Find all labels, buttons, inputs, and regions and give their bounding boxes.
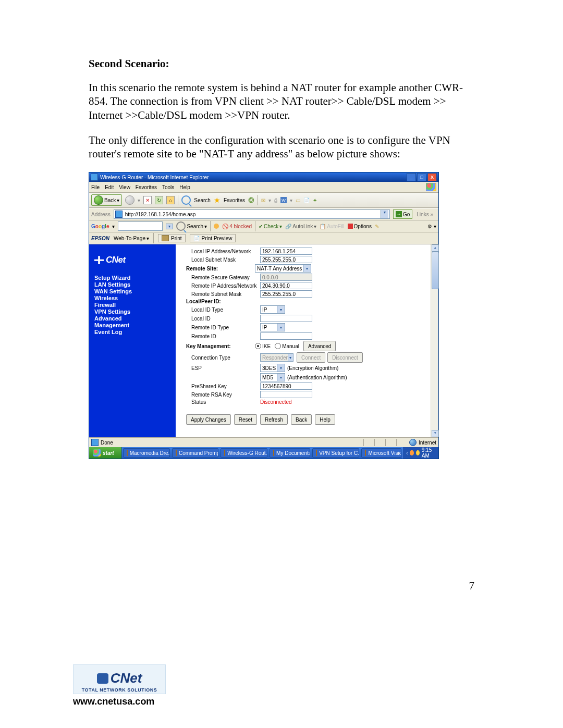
search-button[interactable]: Search [194, 198, 211, 203]
scroll-down-button[interactable]: ▾ [432, 430, 439, 437]
chevron-down-icon[interactable]: ▾ [112, 224, 115, 229]
menu-favorites[interactable]: Favorites [136, 184, 157, 190]
system-tray[interactable]: ‹ 9:15 AM [402, 447, 438, 459]
apply-changes-button[interactable]: Apply Changes [186, 414, 231, 425]
menu-edit[interactable]: Edit [105, 184, 114, 190]
taskbar-item[interactable]: VPN Setup for C... [312, 448, 359, 458]
favorites-button[interactable]: Favorites [224, 198, 245, 203]
taskbar-item[interactable]: Wireless-G Rout... [221, 448, 267, 458]
sidebar-advanced[interactable]: Advanced [94, 315, 170, 322]
refresh-button[interactable]: Refresh [260, 414, 288, 425]
google-search-dropdown[interactable]: ▾ [166, 224, 173, 229]
research-icon[interactable]: 📄 [303, 198, 310, 203]
scroll-up-button[interactable]: ▴ [432, 244, 439, 252]
clock[interactable]: 9:15 AM [422, 447, 435, 459]
autolink-button[interactable]: 🔗 AutoLink ▾ [285, 224, 316, 229]
manual-radio[interactable]: Manual [275, 343, 299, 349]
remote-site-select[interactable]: NAT-T Any Address▾ [255, 264, 311, 273]
chevron-down-icon: ▾ [303, 265, 311, 272]
sidebar-wan-settings[interactable]: WAN Settings [94, 288, 170, 294]
advanced-button[interactable]: Advanced [303, 341, 336, 351]
tray-icon[interactable] [410, 450, 413, 455]
history-icon[interactable]: ❂ [248, 196, 254, 204]
start-button[interactable]: start [89, 447, 122, 459]
print-preview-button[interactable]: 📄Print Preview [190, 234, 236, 242]
screenshot-container: Wireless-G Router - Microsoft Internet E… [89, 172, 439, 459]
links-label[interactable]: Links » [415, 212, 436, 217]
remote-ip-field[interactable] [260, 282, 312, 289]
footer-tagline: TOTAL NETWORK SOLUTIONS [78, 687, 161, 693]
toolbar-settings-icon[interactable]: ⚙ ▾ [427, 224, 436, 229]
rsa-field[interactable] [260, 391, 312, 398]
google-logo[interactable]: Google [91, 224, 109, 229]
mail-icon[interactable]: ✉ [261, 198, 265, 203]
spellcheck-button[interactable]: ✔ Check ▾ [259, 224, 282, 229]
sidebar-setup-wizard[interactable]: Setup Wizard [94, 275, 170, 281]
google-search-button[interactable]: Search ▾ [176, 221, 207, 231]
maximize-button[interactable]: □ [417, 173, 426, 181]
remote-mask-field[interactable] [260, 290, 312, 298]
address-field[interactable] [124, 211, 379, 218]
chevron-down-icon[interactable]: ▾ [268, 198, 271, 203]
close-button[interactable]: X [427, 173, 437, 181]
local-ip-field[interactable] [260, 248, 312, 255]
reset-button[interactable]: Reset [234, 414, 257, 425]
edit-icon[interactable]: W [280, 197, 287, 203]
options-button[interactable]: Options [348, 224, 372, 229]
print-button[interactable]: Print [158, 234, 186, 242]
autofill-button[interactable]: 📋 AutoFill [320, 224, 344, 229]
windows-taskbar: start Macromedia Dre... Command Prompt W… [89, 447, 438, 459]
menu-help[interactable]: Help [179, 184, 190, 190]
address-input-wrapper[interactable]: ▾ [114, 209, 390, 219]
google-search-input[interactable] [118, 221, 163, 231]
ike-radio[interactable]: IKE [255, 343, 271, 349]
discuss-icon[interactable]: ▭ [296, 198, 300, 203]
remote-id-field[interactable] [260, 332, 312, 340]
menu-view[interactable]: View [119, 184, 130, 190]
sidebar-vpn-settings[interactable]: VPN Settings [94, 309, 170, 315]
esp-enc-select[interactable]: 3DES▾ [260, 364, 285, 372]
menu-file[interactable]: File [91, 184, 100, 190]
home-button[interactable]: ⌂ [166, 196, 175, 204]
address-dropdown[interactable]: ▾ [381, 210, 388, 218]
taskbar-item[interactable]: My Documents [270, 448, 310, 458]
local-mask-field[interactable] [260, 256, 312, 263]
sidebar-wireless[interactable]: Wireless [94, 295, 170, 301]
menu-tools[interactable]: Tools [162, 184, 174, 190]
chevron-down-icon[interactable]: ▾ [290, 198, 292, 203]
local-id-type-select[interactable]: IP▾ [260, 305, 285, 314]
psk-field[interactable] [260, 382, 312, 390]
remote-id-type-select[interactable]: IP▾ [260, 323, 285, 331]
back-button[interactable]: Back [291, 414, 312, 425]
minimize-button[interactable]: _ [407, 173, 416, 181]
remote-gw-field [260, 274, 312, 281]
news-icon[interactable] [214, 224, 219, 229]
chevron-down-icon: ▾ [117, 198, 119, 203]
stop-button[interactable]: × [143, 196, 152, 204]
sidebar-lan-settings[interactable]: LAN Settings [94, 281, 170, 288]
highlight-icon[interactable]: ✎ [375, 224, 379, 229]
back-button[interactable]: Back ▾ [91, 194, 122, 206]
go-button[interactable]: → Go [393, 209, 412, 219]
sidebar-management[interactable]: Management [94, 322, 170, 328]
sidebar-event-log[interactable]: Event Log [94, 329, 170, 335]
esp-auth-select[interactable]: MD5▾ [260, 373, 285, 381]
chevron-down-icon[interactable]: ▾ [138, 198, 140, 203]
taskbar-item[interactable]: Macromedia Dre... [123, 448, 170, 458]
paragraph-2: The only difference in the configuration… [89, 133, 474, 161]
tray-chevron-icon[interactable]: ‹ [406, 450, 408, 456]
popup-blocker[interactable]: 🚫 4 blocked [222, 224, 252, 229]
scrollbar[interactable]: ▴ ▾ [431, 244, 438, 437]
help-button[interactable]: Help [315, 414, 335, 425]
messenger-icon[interactable]: ✦ [313, 198, 317, 203]
local-id-field[interactable] [260, 315, 312, 322]
forward-button[interactable] [125, 195, 134, 205]
print-icon[interactable]: ⎙ [274, 198, 277, 203]
taskbar-item[interactable]: Command Prompt [172, 448, 218, 458]
web-to-page-menu[interactable]: Web-To-Page ▾ [114, 236, 149, 241]
taskbar-item[interactable]: Microsoft Visio [361, 448, 401, 458]
sidebar-firewall[interactable]: Firewall [94, 302, 170, 308]
refresh-button[interactable]: ↻ [155, 196, 163, 204]
tray-icon[interactable] [416, 450, 420, 455]
scroll-thumb[interactable] [432, 252, 439, 289]
